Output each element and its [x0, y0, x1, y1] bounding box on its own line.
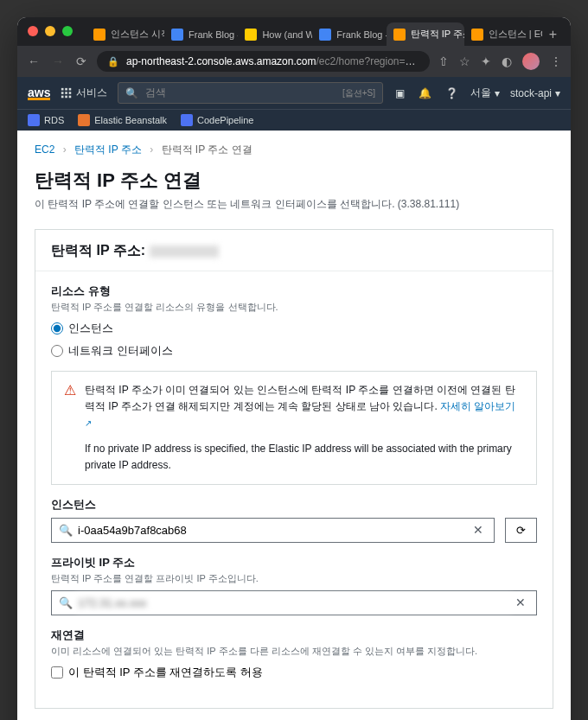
field-label: 재연결	[51, 628, 537, 643]
external-link-icon: ↗	[85, 418, 92, 428]
panel-header: 탄력적 IP 주소:	[35, 230, 553, 271]
reassociate-checkbox-row[interactable]: 이 탄력적 IP 주소를 재연결하도록 허용	[51, 665, 537, 680]
browser-tab[interactable]: How (and W×	[238, 23, 312, 46]
aws-favorites-bar: RDS Elastic Beanstalk CodePipeline	[17, 109, 571, 131]
alert-content: 탄력적 IP 주소가 이미 연결되어 있는 인스턴스에 탄력적 IP 주소를 연…	[85, 382, 524, 474]
elastic-ip-value	[150, 245, 219, 258]
reassociate-checkbox[interactable]	[51, 666, 63, 679]
browser-tab[interactable]: 인스턴스 시작×	[86, 22, 164, 46]
help-icon[interactable]: ❔	[444, 86, 460, 101]
field-label: 리소스 유형	[51, 284, 537, 299]
grid-icon	[61, 87, 73, 99]
search-icon: 🔍	[59, 596, 73, 609]
maximize-window-button[interactable]	[62, 26, 73, 36]
back-button[interactable]: ←	[26, 53, 42, 70]
instance-input-wrap[interactable]: 🔍 ✕	[51, 518, 495, 543]
refresh-button[interactable]: ⟳	[505, 518, 537, 543]
instance-input[interactable]	[76, 522, 470, 538]
page-content: EC2 › 탄력적 IP 주소 › 탄력적 IP 주소 연결 탄력적 IP 주소…	[17, 131, 571, 720]
svg-rect-2	[69, 87, 72, 90]
clear-input-icon[interactable]: ✕	[470, 523, 487, 537]
cloudshell-icon[interactable]: ▣	[393, 86, 406, 101]
favorite-service[interactable]: CodePipeline	[181, 114, 253, 126]
page-title: 탄력적 IP 주소 연결	[35, 168, 553, 194]
breadcrumb-link[interactable]: EC2	[35, 143, 54, 156]
minimize-window-button[interactable]	[45, 26, 55, 36]
chrome-actions: ⇧ ☆ ✦ ◐ ⋮	[438, 53, 562, 70]
private-ip-input[interactable]	[76, 595, 512, 611]
breadcrumb-current: 탄력적 IP 주소 연결	[162, 143, 252, 156]
search-icon: 🔍	[59, 524, 73, 537]
radio-network-interface[interactable]: 네트워크 인터페이스	[51, 343, 537, 359]
private-ip-field: 프라이빗 IP 주소 탄력적 IP 주소를 연결할 프라이빗 IP 주소입니다.…	[51, 555, 537, 615]
panel-body: 리소스 유형 탄력적 IP 주소를 연결할 리소스의 유형을 선택합니다. 인스…	[35, 271, 553, 708]
svg-rect-3	[61, 92, 64, 94]
field-label: 프라이빗 IP 주소	[51, 555, 537, 570]
address-bar: ← → ⟳ 🔒 ap-northeast-2.console.aws.amazo…	[17, 46, 571, 77]
services-menu[interactable]: 서비스	[61, 86, 107, 100]
field-hint: 이미 리소스에 연결되어 있는 탄력적 IP 주소를 다른 리소스에 재연결할 …	[51, 645, 537, 658]
bookmark-icon[interactable]: ☆	[459, 54, 470, 68]
extensions-icon[interactable]: ✦	[481, 54, 491, 68]
instance-field: 인스턴스 🔍 ✕ ⟳	[51, 497, 537, 543]
browser-tab[interactable]: 인스턴스 | EC×	[464, 22, 542, 46]
reload-button[interactable]: ⟳	[74, 53, 88, 70]
svg-rect-0	[61, 87, 64, 90]
aws-search-input[interactable]: 🔍 검색 [옵션+S]	[118, 82, 383, 104]
private-ip-input-wrap[interactable]: 🔍 ✕	[51, 590, 537, 615]
field-label: 인스턴스	[51, 497, 537, 513]
refresh-icon: ⟳	[516, 524, 526, 537]
warning-alert: ⚠ 탄력적 IP 주소가 이미 연결되어 있는 인스턴스에 탄력적 IP 주소를…	[51, 371, 537, 485]
browser-tab[interactable]: Frank Blog -×	[164, 23, 238, 46]
extension-icon[interactable]: ◐	[502, 54, 512, 68]
search-shortcut-hint: [옵션+S]	[342, 87, 375, 99]
share-icon[interactable]: ⇧	[438, 54, 449, 68]
close-window-button[interactable]	[28, 26, 38, 36]
svg-rect-7	[66, 95, 68, 98]
account-selector[interactable]: stock-api▾	[510, 87, 560, 99]
forward-button[interactable]: →	[50, 53, 66, 70]
svg-rect-4	[66, 92, 68, 94]
chevron-down-icon: ▾	[555, 87, 560, 99]
chevron-right-icon: ›	[150, 143, 153, 156]
chevron-right-icon: ›	[63, 143, 67, 156]
browser-tab[interactable]: Frank Blog -×	[312, 23, 386, 46]
svg-rect-8	[69, 95, 72, 98]
url-input[interactable]: 🔒 ap-northeast-2.console.aws.amazon.com/…	[97, 51, 430, 72]
menu-icon[interactable]: ⋮	[550, 54, 562, 68]
browser-window: 인스턴스 시작× Frank Blog -× How (and W× Frank…	[17, 17, 571, 720]
page-header: 탄력적 IP 주소 연결 이 탄력적 IP 주소에 연결할 인스턴스 또는 네트…	[17, 164, 571, 217]
lock-icon: 🔒	[107, 56, 119, 67]
aws-logo[interactable]: aws	[28, 86, 50, 100]
form-panel: 탄력적 IP 주소: 리소스 유형 탄력적 IP 주소를 연결할 리소스의 유형…	[35, 229, 553, 709]
radio-input[interactable]	[51, 322, 63, 335]
browser-tabs: 인스턴스 시작× Frank Blog -× How (and W× Frank…	[17, 22, 571, 46]
favorite-service[interactable]: RDS	[28, 114, 64, 126]
reassociate-field: 재연결 이미 리소스에 연결되어 있는 탄력적 IP 주소를 다른 리소스에 재…	[51, 628, 537, 680]
profile-avatar[interactable]	[522, 53, 540, 70]
radio-instance[interactable]: 인스턴스	[51, 321, 537, 336]
browser-chrome: 인스턴스 시작× Frank Blog -× How (and W× Frank…	[17, 17, 571, 77]
clear-input-icon[interactable]: ✕	[512, 596, 529, 609]
chevron-down-icon: ▾	[495, 87, 500, 99]
svg-rect-5	[69, 92, 72, 94]
url-text: ap-northeast-2.console.aws.amazon.com/ec…	[126, 55, 419, 67]
browser-tab-active[interactable]: 탄력적 IP 주소×	[387, 22, 464, 46]
breadcrumb-link[interactable]: 탄력적 IP 주소	[74, 143, 142, 156]
svg-rect-1	[66, 87, 68, 90]
new-tab-button[interactable]: +	[542, 23, 564, 46]
radio-input[interactable]	[51, 345, 63, 357]
warning-icon: ⚠	[64, 382, 76, 474]
field-hint: 탄력적 IP 주소를 연결할 프라이빗 IP 주소입니다.	[51, 572, 537, 585]
aws-top-nav: aws 서비스 🔍 검색 [옵션+S] ▣ 🔔 ❔ 서울▾ stock-api▾	[17, 77, 571, 109]
field-hint: 탄력적 IP 주소를 연결할 리소스의 유형을 선택합니다.	[51, 301, 537, 314]
svg-rect-6	[61, 95, 64, 98]
favorite-service[interactable]: Elastic Beanstalk	[78, 114, 167, 126]
breadcrumb: EC2 › 탄력적 IP 주소 › 탄력적 IP 주소 연결	[17, 131, 571, 164]
notifications-icon[interactable]: 🔔	[417, 86, 433, 101]
page-description: 이 탄력적 IP 주소에 연결할 인스턴스 또는 네트워크 인터페이스를 선택합…	[35, 197, 553, 212]
search-icon: 🔍	[125, 87, 138, 99]
region-selector[interactable]: 서울▾	[470, 86, 500, 100]
resource-type-field: 리소스 유형 탄력적 IP 주소를 연결할 리소스의 유형을 선택합니다. 인스…	[51, 284, 537, 359]
